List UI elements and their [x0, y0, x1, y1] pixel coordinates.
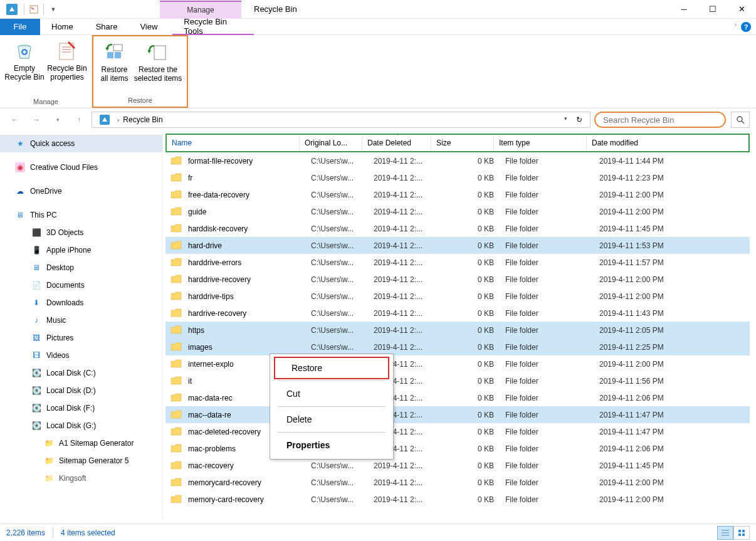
- address-dropdown-icon[interactable]: ▾: [560, 115, 571, 124]
- search-input[interactable]: [603, 115, 717, 125]
- table-row[interactable]: hardrive-recoveryC:\Users\w...2019-4-11 …: [165, 305, 750, 322]
- chevron-right-icon[interactable]: ›: [117, 117, 119, 123]
- nav-desktop[interactable]: 🖥Desktop: [0, 259, 162, 276]
- view-thumbnails-button[interactable]: [733, 526, 750, 540]
- nav-documents[interactable]: 📄Documents: [0, 276, 162, 294]
- table-row[interactable]: imagesC:\Users\w...2019-4-11 2:...0 KBFi…: [165, 339, 750, 355]
- context-menu-restore[interactable]: Restore: [274, 357, 389, 379]
- table-row[interactable]: mac-data-recC:\Users\w...2019-4-11 2:...…: [165, 389, 750, 406]
- star-icon: ★: [15, 139, 25, 149]
- context-menu-cut[interactable]: Cut: [270, 382, 393, 405]
- nav-local-disk-d[interactable]: 💽Local Disk (D:): [0, 382, 162, 399]
- restore-all-items-button[interactable]: Restore all items: [97, 39, 132, 95]
- nav-onedrive[interactable]: ☁OneDrive: [0, 182, 162, 200]
- nav-sitemap-gen5[interactable]: 📁Sitemap Generator 5: [0, 452, 162, 470]
- nav-forward-button[interactable]: →: [28, 112, 45, 127]
- ribbon-collapse-icon[interactable]: ˄: [734, 23, 737, 30]
- table-row[interactable]: guideC:\Users\w...2019-4-11 2:...0 KBFil…: [165, 203, 750, 220]
- nav-back-button[interactable]: ←: [6, 112, 24, 127]
- separator: [24, 4, 24, 15]
- cell-original-location: C:\Users\w...: [311, 275, 374, 284]
- close-button[interactable]: ✕: [727, 0, 756, 19]
- table-row[interactable]: frC:\Users\w...2019-4-11 2:...0 KBFile f…: [165, 169, 750, 186]
- table-row[interactable]: hard-driveC:\Users\w...2019-4-11 2:...0 …: [165, 237, 750, 254]
- nav-a1-sitemap[interactable]: 📁A1 Sitemap Generator: [0, 434, 162, 452]
- tab-view[interactable]: View: [129, 19, 169, 35]
- table-row[interactable]: memorycard-recoveryC:\Users\w...2019-4-1…: [165, 474, 750, 491]
- nav-kingsoft[interactable]: 📁Kingsoft: [0, 470, 162, 487]
- tab-home[interactable]: Home: [40, 19, 85, 35]
- table-row[interactable]: harddrive-tipsC:\Users\w...2019-4-11 2:.…: [165, 288, 750, 305]
- nav-this-pc[interactable]: 🖥This PC: [0, 206, 162, 224]
- context-tab-manage[interactable]: Manage: [160, 1, 241, 18]
- maximize-button[interactable]: ☐: [698, 0, 727, 19]
- svg-rect-19: [742, 533, 745, 536]
- column-header-size[interactable]: Size: [431, 135, 494, 151]
- cell-original-location: C:\Users\w...: [311, 292, 374, 301]
- column-header-date-modified[interactable]: Date modified: [587, 135, 748, 151]
- column-header-item-type[interactable]: Item type: [494, 135, 587, 151]
- table-row[interactable]: format-file-recoveryC:\Users\w...2019-4-…: [165, 152, 750, 169]
- tab-share[interactable]: Share: [85, 19, 129, 35]
- table-row[interactable]: free-data-recoveryC:\Users\w...2019-4-11…: [165, 186, 750, 203]
- table-row[interactable]: mac--data-reC:\Users\w...2019-4-11 2:...…: [165, 406, 750, 423]
- table-row[interactable]: internet-exploC:\Users\w...2019-4-11 2:.…: [165, 355, 750, 372]
- nav-music[interactable]: ♪Music: [0, 312, 162, 329]
- qat-properties-icon[interactable]: [27, 3, 41, 16]
- table-row[interactable]: harddisk-recoveryC:\Users\w...2019-4-11 …: [165, 220, 750, 237]
- table-row[interactable]: httpsC:\Users\w...2019-4-11 2:...0 KBFil…: [165, 322, 750, 339]
- qat-dropdown-icon[interactable]: ▼: [46, 3, 60, 16]
- nav-recent-dropdown[interactable]: ▾: [49, 112, 66, 127]
- navigation-pane[interactable]: ★Quick access ◉Creative Cloud Files ☁One…: [0, 131, 163, 520]
- cell-date-deleted: 2019-4-11 2:...: [374, 191, 443, 199]
- column-header-original-location[interactable]: Original Lo...: [300, 135, 362, 151]
- search-input-wrapper[interactable]: [594, 112, 726, 128]
- table-row[interactable]: itC:\Users\w...2019-4-11 2:...0 KBFile f…: [165, 372, 750, 389]
- label: Sitemap Generator 5: [59, 456, 129, 465]
- nav-videos[interactable]: 🎞Videos: [0, 347, 162, 364]
- table-row[interactable]: harddrive-recoveryC:\Users\w...2019-4-11…: [165, 271, 750, 288]
- tab-file[interactable]: File: [0, 19, 40, 35]
- address-bar[interactable]: › Recycle Bin ▾ ↻: [92, 112, 591, 128]
- nav-local-disk-c[interactable]: 💽Local Disk (C:): [0, 364, 162, 382]
- table-row[interactable]: memory-card-recoveryC:\Users\w...2019-4-…: [165, 491, 750, 508]
- nav-pictures[interactable]: 🖼Pictures: [0, 329, 162, 347]
- separator: [53, 528, 53, 538]
- search-button[interactable]: [731, 112, 750, 128]
- nav-apple-iphone[interactable]: 📱Apple iPhone: [0, 241, 162, 259]
- refresh-icon[interactable]: ↻: [572, 115, 586, 124]
- table-row[interactable]: mac-recoveryC:\Users\w...2019-4-11 2:...…: [165, 457, 750, 474]
- empty-recycle-bin-button[interactable]: Empty Recycle Bin: [4, 38, 45, 97]
- separator: [278, 381, 386, 381]
- nav-local-disk-f[interactable]: 💽Local Disk (F:): [0, 399, 162, 417]
- 3d-icon: ⬛: [31, 228, 41, 238]
- cell-date-modified: 2019-4-11 1:57 PM: [599, 258, 750, 267]
- minimize-button[interactable]: ─: [669, 0, 698, 19]
- nav-local-disk-g[interactable]: 💽Local Disk (G:): [0, 417, 162, 434]
- help-icon[interactable]: ?: [741, 22, 751, 32]
- nav-downloads[interactable]: ⬇Downloads: [0, 294, 162, 312]
- folder-icon: [171, 495, 182, 505]
- context-menu-properties[interactable]: Properties: [270, 434, 393, 456]
- context-menu-delete[interactable]: Delete: [270, 408, 393, 431]
- column-header-date-deleted[interactable]: ˅Date Deleted: [362, 135, 431, 151]
- cell-name: harddrive-errors: [188, 258, 311, 267]
- nav-creative-cloud[interactable]: ◉Creative Cloud Files: [0, 159, 162, 176]
- cell-original-location: C:\Users\w...: [311, 326, 374, 335]
- nav-quick-access[interactable]: ★Quick access: [0, 135, 162, 152]
- nav-up-button[interactable]: ↑: [70, 112, 88, 127]
- properties-icon: [56, 40, 78, 61]
- column-header-name[interactable]: Name: [167, 135, 300, 151]
- restore-selected-items-button[interactable]: Restore the selected items: [133, 39, 183, 95]
- recycle-bin-properties-button[interactable]: Recycle Bin properties: [46, 38, 88, 97]
- folder-icon: [171, 258, 182, 268]
- cell-size: 0 KB: [443, 495, 505, 504]
- tab-recycle-bin-tools[interactable]: Recycle Bin Tools: [172, 19, 254, 35]
- cell-item-type: File folder: [505, 157, 599, 165]
- table-row[interactable]: harddrive-errorsC:\Users\w...2019-4-11 2…: [165, 254, 750, 271]
- nav-3d-objects[interactable]: ⬛3D Objects: [0, 224, 162, 241]
- view-details-button[interactable]: [717, 526, 733, 540]
- table-row[interactable]: mac-deleted-recoveryC:\Users\w...2019-4-…: [165, 423, 750, 440]
- table-row[interactable]: mac-problemsC:\Users\w...2019-4-11 2:...…: [165, 440, 750, 457]
- file-rows[interactable]: format-file-recoveryC:\Users\w...2019-4-…: [165, 152, 750, 516]
